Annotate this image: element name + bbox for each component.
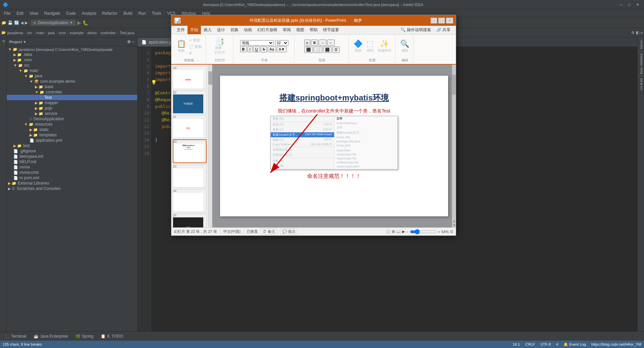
toolbar-debug-btn[interactable]: 🐛	[83, 20, 88, 25]
ppt-comments-btn[interactable]: 💬 批注	[280, 228, 298, 235]
menu-tools[interactable]: Tools	[149, 10, 164, 16]
ppt-minimize-btn[interactable]: ─	[431, 18, 437, 23]
slide-thumb-20[interactable]: 20 环境配置	[173, 90, 207, 114]
close-btn[interactable]: ✕	[634, 2, 641, 7]
bold-btn[interactable]: B	[240, 46, 247, 52]
ctx-new[interactable]: 新建 (N)	[271, 116, 334, 121]
nav-example[interactable]: example	[70, 31, 84, 35]
panel-settings-icon[interactable]: ⚙	[127, 40, 131, 44]
paste-btn[interactable]: 📋 粘贴	[175, 39, 187, 54]
tree-mvn[interactable]: ▶ 📁 .mvn	[7, 57, 137, 63]
nav-src[interactable]: src	[27, 31, 32, 35]
tab-todo[interactable]: 📋 6: TODO	[97, 333, 126, 340]
right-tab-maven[interactable]: Maven	[638, 38, 644, 51]
ppt-zoom-out[interactable]: −	[406, 230, 408, 234]
ctx-package-info[interactable]: package-info.java	[334, 139, 397, 143]
tree-help-md[interactable]: 📄 HELP.md	[7, 159, 137, 164]
ctx-copy-ref[interactable]: Copy ReferenceCtrl+Alt+Shift+C	[271, 142, 334, 146]
tree-service[interactable]: ▶ 📁 service	[7, 111, 137, 116]
indent-increase-btn[interactable]: →	[319, 40, 326, 46]
ctx-html[interactable]: HTML文件	[334, 143, 397, 148]
strikethrough-btn[interactable]: S̶	[261, 46, 267, 53]
ppt-view-reading[interactable]: 📖	[396, 229, 401, 234]
menu-refactor[interactable]: Refactor	[100, 10, 120, 16]
shapes-btn[interactable]: 🔷 形状	[352, 39, 364, 54]
slides-scrollbar[interactable]	[208, 65, 212, 227]
tree-mvnw[interactable]: 📄 mvnw	[7, 164, 137, 170]
justify-btn[interactable]: ☰	[332, 47, 340, 53]
ppt-tab-review[interactable]: 审阅	[280, 26, 293, 34]
ppt-view-slideshow[interactable]: ▶	[402, 229, 405, 234]
ctx-paste[interactable]: 粘贴 (V)Ctrl+V	[271, 137, 334, 142]
slide-thumb-19[interactable]: 19 slides	[173, 66, 207, 89]
tree-src[interactable]: ▼ 📁 src	[7, 63, 137, 68]
ppt-tab-insert[interactable]: 插入	[201, 26, 214, 34]
tree-demojava-iml[interactable]: 📄 demojava.iml	[7, 154, 137, 159]
nav-javademo[interactable]: javademo	[7, 31, 23, 35]
nav-settings-icon[interactable]: ⚙	[631, 30, 635, 35]
tree-main[interactable]: ▼ 📁 main	[7, 68, 137, 73]
italic-btn[interactable]: I	[248, 46, 253, 52]
nav-demo[interactable]: demo	[88, 31, 97, 35]
ppt-tab-view[interactable]: 视图	[293, 26, 307, 34]
ctx-fxml[interactable]: FXML File	[334, 135, 397, 139]
quick-styles-btn[interactable]: ✨ 快速样式	[376, 39, 392, 54]
tree-mapper[interactable]: ▶ 📁 mapper	[7, 100, 137, 106]
toolbar-run-btn[interactable]: ▶	[77, 19, 81, 26]
tree-test-folder[interactable]: ▶ 📁 test	[7, 143, 137, 148]
nav-controller[interactable]: controller	[101, 31, 116, 35]
toolbar-sync-icon[interactable]: 🔄	[14, 20, 19, 25]
ctx-file[interactable]: 文件	[334, 125, 397, 130]
arrange-btn[interactable]: ⬚ 排列	[365, 39, 375, 54]
ppt-view-normal[interactable]: ⬜	[386, 229, 390, 234]
ppt-tab-file[interactable]: 文件	[174, 26, 187, 34]
copy-btn[interactable]: 📄 复制	[188, 44, 203, 50]
ctx-stylesheet[interactable]: Stylesheet	[334, 148, 397, 152]
ppt-zoom-in[interactable]: +	[438, 230, 440, 234]
tree-templates[interactable]: ▶ 📁 templates	[7, 132, 137, 138]
ctx-analyze[interactable]: 分析 (A)	[271, 158, 334, 163]
right-tab-bean-validation[interactable]: Bean Validation	[638, 51, 644, 76]
menu-view[interactable]: View	[27, 10, 41, 16]
menu-file[interactable]: File	[1, 10, 13, 16]
tree-javademo[interactable]: ▼ 📁 javademo [demojava] C:\Users\HKer_YM…	[7, 47, 137, 52]
tree-java[interactable]: ▼ 📁 java	[7, 73, 137, 79]
tree-demoapplication[interactable]: © DemoApplication	[7, 116, 137, 122]
project-tab-icon[interactable]: P	[1, 39, 6, 44]
scroll-down-btn[interactable]: ▼	[452, 224, 456, 227]
ppt-fit-btn[interactable]: ⊡	[450, 229, 453, 234]
list-unordered-btn[interactable]: ≡	[304, 40, 310, 46]
menu-analyze[interactable]: Analyze	[79, 10, 99, 16]
ctx-kotlin[interactable]: KotlinFile/Class	[334, 121, 397, 125]
ppt-share-btn[interactable]: 🔗 共享	[434, 26, 453, 34]
nav-test-file[interactable]: Test.java	[120, 31, 134, 35]
tree-pojo[interactable]: ▶ 📁 pojo	[7, 106, 137, 111]
slide-thumb-22[interactable]: 22 搭建springboot 继续 context menu	[173, 139, 207, 163]
maximize-btn[interactable]: □	[626, 2, 633, 7]
nav-java[interactable]: java	[48, 31, 55, 35]
ppt-zoom-slider[interactable]	[410, 230, 437, 234]
ctx-ts[interactable]: TypeScript File	[334, 156, 397, 160]
tab-spring[interactable]: 🌿 Spring	[72, 333, 97, 340]
nav-more-icon[interactable]: ≡	[641, 31, 643, 35]
ppt-tab-help[interactable]: 帮助	[307, 26, 320, 34]
ppt-tab-switch[interactable]: 切换	[228, 26, 241, 34]
ppt-maximize-btn[interactable]: □	[438, 18, 445, 23]
align-left-btn[interactable]: ⬛	[304, 47, 313, 53]
ctx-javafx[interactable]: JavaXApplication	[334, 164, 397, 168]
tree-com-example-demo[interactable]: ▼ 📦 com.example.demo	[7, 79, 137, 84]
slide-thumb-23[interactable]: 23	[173, 164, 207, 188]
indent-decrease-btn[interactable]: ←	[327, 40, 335, 46]
aa-btn[interactable]: Aa	[268, 46, 276, 52]
ppt-tab-animation[interactable]: 动画	[241, 26, 255, 34]
panel-collapse-icon[interactable]: –	[132, 40, 135, 44]
ppt-tab-design[interactable]: 设计	[214, 26, 228, 34]
ctx-existing1[interactable]: 在现有位置 (2)	[271, 147, 334, 152]
right-tab-ant-build[interactable]: Ant Build	[638, 76, 644, 92]
minimize-btn[interactable]: ─	[618, 2, 625, 7]
run-config-dropdown[interactable]: ▶ DemoApplication ▼	[31, 20, 76, 26]
underline-btn[interactable]: U	[253, 46, 260, 52]
ctx-existing2[interactable]: 在现有位置 (2)	[271, 152, 334, 157]
font-color-btn[interactable]: A▼	[277, 46, 287, 52]
tree-pom-xml[interactable]: 📄 m pom.xml	[7, 175, 137, 181]
